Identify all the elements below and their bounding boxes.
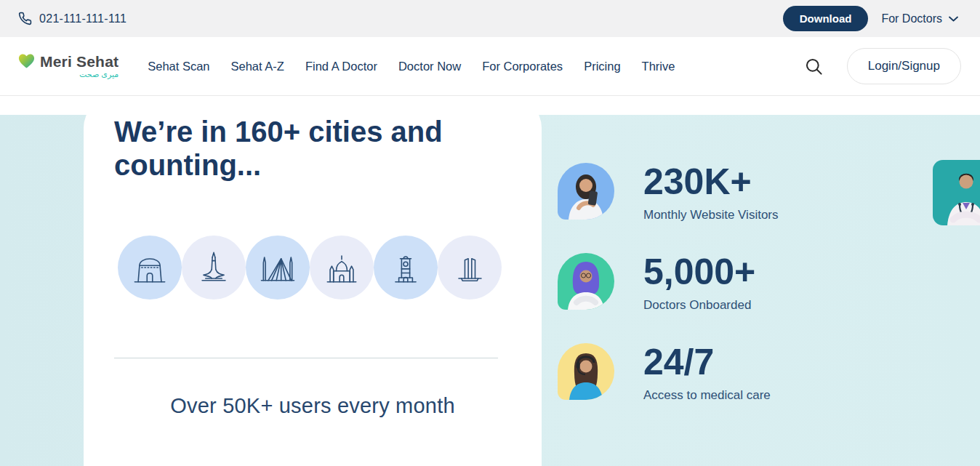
stat-value: 5,000+ — [643, 253, 755, 291]
nav-item-find-a-doctor[interactable]: Find A Doctor — [305, 60, 377, 73]
stat-label: Doctors Onboarded — [643, 298, 755, 313]
search-icon — [804, 57, 824, 76]
mazar-e-quaid-icon — [118, 236, 182, 300]
chevron-down-icon — [949, 16, 958, 22]
nav-item-for-corporates[interactable]: For Corporates — [482, 60, 563, 73]
stats-list: 230K+ Monthly Website Visitors 5,000+ Do… — [558, 163, 779, 433]
phone-link[interactable]: 021-111-111-111 — [18, 12, 126, 25]
users-subtext: Over 50K+ users every month — [84, 394, 542, 418]
utility-bar: 021-111-111-111 Download For Doctors — [0, 0, 980, 37]
heart-logo-icon — [18, 53, 35, 69]
nav-links: Sehat Scan Sehat A-Z Find A Doctor Docto… — [148, 60, 675, 73]
brand-logo[interactable]: Meri Sehat میری صحت — [18, 53, 119, 79]
brand-urdu-name: میری صحت — [79, 70, 119, 79]
support-agent-headset-image — [558, 343, 614, 400]
nav-item-doctor-now[interactable]: Doctor Now — [398, 60, 461, 73]
landmark-icons-row — [118, 236, 502, 300]
cities-stats-section: We’re in 160+ cities and counting... — [0, 96, 980, 466]
cities-heading: We’re in 160+ cities and counting... — [114, 115, 463, 182]
nav-item-sehat-a-z[interactable]: Sehat A-Z — [231, 60, 284, 73]
nav-item-pricing[interactable]: Pricing — [584, 60, 620, 73]
stat-monthly-visitors: 230K+ Monthly Website Visitors — [558, 163, 779, 236]
cities-card: We’re in 160+ cities and counting... — [84, 96, 542, 466]
grand-mosque-icon — [310, 236, 374, 300]
brand-name: Meri Sehat — [40, 53, 119, 71]
download-button[interactable]: Download — [783, 6, 869, 31]
for-doctors-menu[interactable]: For Doctors — [881, 12, 958, 25]
stat-doctors-onboarded: 5,000+ Doctors Onboarded — [558, 253, 779, 326]
divider — [114, 358, 498, 358]
woman-using-phone-image — [558, 163, 614, 220]
for-doctors-label: For Doctors — [881, 12, 942, 25]
female-doctor-hijab-image — [558, 253, 614, 310]
clock-tower-icon — [374, 236, 438, 300]
stat-value: 24/7 — [643, 343, 771, 381]
minar-e-pakistan-icon — [182, 236, 246, 300]
utility-bar-right: Download For Doctors — [783, 6, 958, 31]
stat-value: 230K+ — [643, 163, 779, 201]
teen-talwar-icon — [438, 236, 502, 300]
nav-item-thrive[interactable]: Thrive — [642, 60, 675, 73]
faisal-mosque-icon — [246, 236, 310, 300]
brand-text: Meri Sehat میری صحت — [40, 53, 119, 79]
stat-label: Monthly Website Visitors — [643, 208, 779, 222]
navbar-right: Login/Signup — [804, 48, 961, 84]
nav-item-sehat-scan[interactable]: Sehat Scan — [148, 60, 209, 73]
main-navbar: Meri Sehat میری صحت Sehat Scan Sehat A-Z… — [0, 37, 980, 96]
male-doctor-card-image — [933, 160, 980, 225]
phone-number: 021-111-111-111 — [39, 12, 126, 25]
phone-icon — [18, 12, 32, 25]
stat-label: Access to medical care — [643, 388, 771, 403]
login-signup-button[interactable]: Login/Signup — [847, 48, 961, 84]
stat-access-24-7: 24/7 Access to medical care — [558, 343, 779, 416]
search-button[interactable] — [804, 57, 824, 76]
